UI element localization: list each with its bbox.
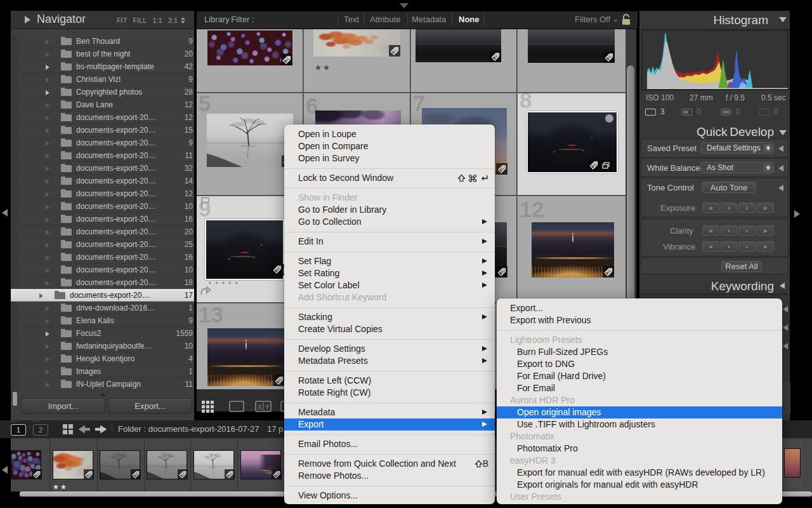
svg-text:X: X xyxy=(258,404,262,411)
svg-text:Y: Y xyxy=(265,404,270,411)
